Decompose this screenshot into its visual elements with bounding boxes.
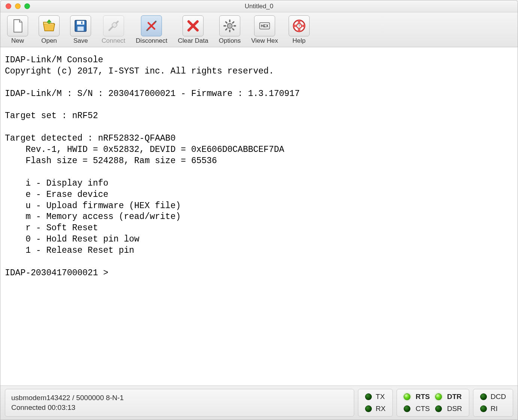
ri-led [480, 405, 487, 412]
statusbar: usbmodem143422 / 5000000 8-N-1 Connected… [0, 386, 518, 420]
svg-rect-3 [81, 21, 82, 24]
save-button[interactable]: Save [70, 15, 91, 45]
dtr-led-label: DTR [447, 393, 462, 401]
help-lifesaver-icon: ? [289, 15, 310, 36]
svg-rect-1 [77, 21, 84, 25]
close-window-button[interactable] [6, 3, 11, 9]
hex-icon: HEX [254, 15, 275, 36]
rx-led [365, 405, 372, 412]
open-folder-icon [39, 15, 60, 36]
tx-led [365, 393, 372, 400]
options-button[interactable]: Options [219, 15, 241, 45]
dtr-led[interactable] [435, 393, 442, 400]
svg-rect-2 [78, 27, 84, 31]
view-hex-button[interactable]: HEX View Hex [251, 15, 278, 45]
window-title: Untitled_0 [0, 3, 518, 10]
dcd-led [480, 393, 487, 400]
cts-led [404, 405, 410, 412]
cts-led-label: CTS [416, 405, 430, 413]
zoom-window-button[interactable] [24, 3, 30, 9]
help-button[interactable]: ? Help [289, 15, 310, 45]
dsr-led [435, 405, 442, 412]
save-floppy-icon [70, 15, 91, 36]
tx-led-label: TX [376, 393, 385, 401]
titlebar: Untitled_0 [0, 0, 518, 12]
console-output[interactable]: IDAP-Link/M Console Copyright (c) 2017, … [0, 47, 518, 386]
new-label: New [11, 37, 24, 45]
txrx-led-pane: TX RX [358, 389, 392, 417]
svg-point-5 [227, 23, 232, 28]
save-label: Save [73, 37, 88, 45]
minimize-window-button[interactable] [15, 3, 21, 9]
rts-led-label: RTS [416, 393, 430, 401]
open-label: Open [41, 37, 57, 45]
svg-text:?: ? [298, 23, 300, 28]
open-button[interactable]: Open [39, 15, 60, 45]
options-label: Options [219, 37, 241, 45]
disconnect-plug-icon [141, 15, 162, 36]
rts-led[interactable] [404, 393, 410, 400]
clear-data-label: Clear Data [178, 37, 208, 45]
ri-led-label: RI [491, 405, 506, 413]
connection-status-pane: usbmodem143422 / 5000000 8-N-1 Connected… [5, 389, 354, 417]
connect-label: Connect [102, 37, 125, 45]
port-info: usbmodem143422 / 5000000 8-N-1 [11, 394, 348, 402]
modem-led-pane: DCD RI [473, 389, 513, 417]
disconnect-button[interactable]: Disconnect [136, 15, 167, 45]
new-button[interactable]: New [7, 15, 28, 45]
window-controls [0, 3, 30, 9]
flowcontrol-led-pane: RTS DTR CTS DSR [397, 389, 469, 417]
connection-time: Connected 00:03:13 [11, 404, 348, 412]
svg-text:HEX: HEX [261, 24, 269, 28]
dcd-led-label: DCD [491, 393, 506, 401]
options-gear-icon [219, 15, 240, 36]
toolbar: New Open Save Connect Disconnect [0, 12, 518, 47]
clear-x-icon [183, 15, 204, 36]
help-label: Help [292, 37, 305, 45]
connect-button: Connect [102, 15, 125, 45]
clear-data-button[interactable]: Clear Data [178, 15, 208, 45]
app-window: Untitled_0 New Open Save Connect [0, 0, 518, 420]
connect-plug-icon [103, 15, 124, 36]
dsr-led-label: DSR [447, 405, 462, 413]
new-file-icon [7, 15, 28, 36]
disconnect-label: Disconnect [136, 37, 167, 45]
view-hex-label: View Hex [251, 37, 278, 45]
rx-led-label: RX [376, 405, 385, 413]
